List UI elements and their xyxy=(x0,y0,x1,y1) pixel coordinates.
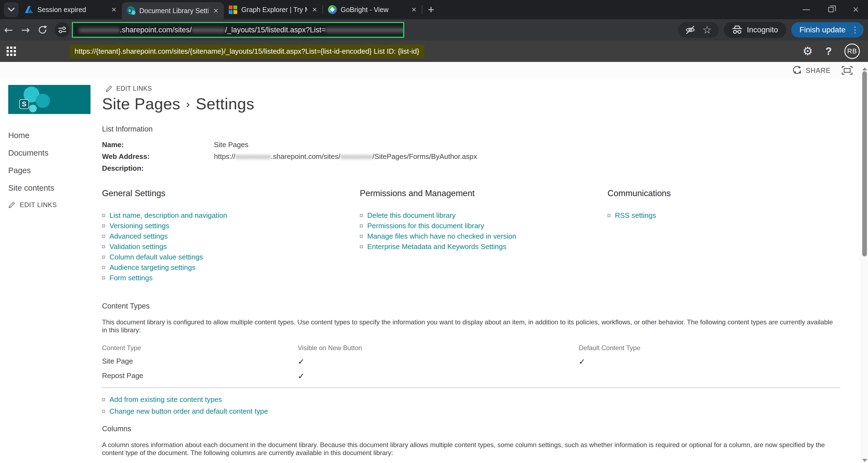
tab-gobright[interactable]: GoBright - View × xyxy=(323,0,422,19)
group-title: Communications xyxy=(608,189,842,198)
breadcrumb-site-pages[interactable]: Site Pages xyxy=(102,95,181,112)
content-types-description: This document library is configured to a… xyxy=(102,318,839,334)
link-manage-files-no-checked-in[interactable]: Manage files which have no checked in ve… xyxy=(367,232,516,240)
square-bullet-icon xyxy=(102,266,105,269)
browser-toolbar: ← → xxxxxxxxxxx.sharepoint.com/sites/xxx… xyxy=(0,19,868,40)
link-versioning-settings[interactable]: Versioning settings xyxy=(110,222,169,230)
visible-checkmark: ✓ xyxy=(298,357,579,366)
col-header-content-type: Content Type xyxy=(102,344,298,352)
scrollbar-thumb[interactable] xyxy=(862,71,867,257)
sidebar-item-site-contents[interactable]: Site contents xyxy=(8,184,100,193)
square-bullet-icon xyxy=(102,276,105,279)
description-label: Description: xyxy=(102,164,214,173)
web-address-value: https://xxxxxxxxxx.sharepoint.com/sites/… xyxy=(214,152,477,161)
square-bullet-icon xyxy=(102,235,105,238)
link-enterprise-metadata-keywords[interactable]: Enterprise Metadata and Keywords Setting… xyxy=(367,242,506,251)
suite-bar-right-group: ⚙ ? RB xyxy=(802,43,868,59)
scroll-down-arrow-icon[interactable] xyxy=(862,459,867,462)
list-information-section: List Information Name: Site Pages Web Ad… xyxy=(102,125,842,173)
focus-mode-icon[interactable] xyxy=(842,66,852,75)
avatar[interactable]: RB xyxy=(844,43,860,59)
browser-menu-icon[interactable]: ⋮ xyxy=(851,26,859,34)
bookmark-star-icon[interactable]: ☆ xyxy=(702,25,712,35)
columns-description: A column stores information about each d… xyxy=(102,441,839,457)
sidebar-item-documents[interactable]: Documents xyxy=(8,148,100,158)
link-column-default-value-settings[interactable]: Column default value settings xyxy=(110,253,203,261)
col-header-visible-on-new-button: Visible on New Button xyxy=(298,344,579,352)
url-segment-redacted: xxxxxxxxx xyxy=(192,26,225,34)
link-validation-settings[interactable]: Validation settings xyxy=(110,242,167,251)
header-edit-links[interactable]: EDIT LINKS xyxy=(105,85,842,92)
content-type-name[interactable]: Site Page xyxy=(102,357,298,365)
group-title: General Settings xyxy=(102,189,360,198)
site-info-button[interactable] xyxy=(55,23,70,37)
sidebar-item-home[interactable]: Home xyxy=(8,131,100,140)
link-list-name-description-navigation[interactable]: List name, description and navigation xyxy=(110,211,227,220)
gobright-icon xyxy=(328,5,337,14)
square-bullet-icon xyxy=(102,224,105,227)
default-checkmark: ✓ xyxy=(579,357,842,366)
share-button[interactable]: SHARE xyxy=(793,66,831,75)
link-permissions-document-library[interactable]: Permissions for this document library xyxy=(367,222,484,230)
gear-icon[interactable]: ⚙ xyxy=(802,45,813,57)
microsoft-icon xyxy=(229,5,238,14)
tab-document-library-settings[interactable]: S Document Library Settings × xyxy=(122,2,224,19)
visible-checkmark: ✓ xyxy=(298,371,579,381)
back-icon[interactable]: ← xyxy=(0,25,17,35)
square-bullet-icon xyxy=(102,398,105,401)
site-logo[interactable]: S xyxy=(8,85,91,114)
link-form-settings[interactable]: Form settings xyxy=(110,274,153,282)
sidebar-nav: Home Documents Pages Site contents xyxy=(8,131,100,193)
tab-title: GoBright - View xyxy=(341,6,406,14)
link-add-from-existing-content-types[interactable]: Add from existing site content types xyxy=(110,395,222,404)
restore-button[interactable] xyxy=(818,1,843,18)
table-row: Site Page ✓ ✓ xyxy=(102,355,842,369)
app-launcher-icon[interactable] xyxy=(7,46,16,56)
vertical-scrollbar[interactable] xyxy=(861,64,868,463)
content-type-name[interactable]: Repost Page xyxy=(102,371,298,380)
link-audience-targeting-settings[interactable]: Audience targeting settings xyxy=(110,263,195,272)
group-permissions-management: Permissions and Management Delete this d… xyxy=(360,189,608,286)
web-address-label: Web Address: xyxy=(102,152,214,161)
sidebar-item-pages[interactable]: Pages xyxy=(8,166,100,175)
finish-update-button[interactable]: Finish update ⋮ xyxy=(791,22,864,37)
help-icon[interactable]: ? xyxy=(826,45,832,57)
scroll-up-arrow-icon[interactable] xyxy=(862,67,867,70)
sidebar-edit-links-label: EDIT LINKS xyxy=(20,201,57,209)
breadcrumb-separator: › xyxy=(181,98,196,111)
close-button[interactable]: × xyxy=(843,1,868,18)
tab-close-icon[interactable]: × xyxy=(410,5,417,14)
tab-close-icon[interactable]: × xyxy=(110,5,117,14)
tab-close-icon[interactable]: × xyxy=(212,6,219,15)
azure-icon xyxy=(25,5,33,14)
sidebar: S Home Documents Pages Site contents EDI… xyxy=(8,85,100,209)
address-bar[interactable]: xxxxxxxxxxx.sharepoint.com/sites/xxxxxxx… xyxy=(72,22,404,38)
link-delete-document-library[interactable]: Delete this document library xyxy=(367,211,456,220)
square-bullet-icon xyxy=(360,235,363,238)
tab-close-icon[interactable]: × xyxy=(311,5,318,14)
tab-graph-explorer[interactable]: Graph Explorer | Try Microsoft G × xyxy=(224,0,322,19)
link-advanced-settings[interactable]: Advanced settings xyxy=(110,232,167,240)
sidebar-edit-links[interactable]: EDIT LINKS xyxy=(8,201,100,209)
reload-icon[interactable] xyxy=(34,25,51,35)
preview-hidden-icon[interactable] xyxy=(685,26,695,34)
name-label: Name: xyxy=(102,140,214,149)
content-types-section: Content Types This document library is c… xyxy=(102,302,842,414)
link-change-new-button-order[interactable]: Change new button order and default cont… xyxy=(110,407,268,416)
page-action-bar: SHARE xyxy=(0,62,868,79)
share-icon xyxy=(793,66,802,75)
url-segment-redacted: xxxxxxxxxxx xyxy=(79,26,120,34)
tab-session-expired[interactable]: Session expired × xyxy=(20,0,122,19)
square-bullet-icon xyxy=(102,245,105,248)
content-types-header-row: Content Type Visible on New Button Defau… xyxy=(102,342,842,355)
new-tab-button[interactable]: + xyxy=(422,4,440,16)
tab-search-button[interactable] xyxy=(4,2,19,17)
sharepoint-icon: S xyxy=(127,6,135,15)
tab-title: Document Library Settings xyxy=(139,7,209,15)
square-bullet-icon xyxy=(360,224,363,227)
forward-icon[interactable]: → xyxy=(17,25,34,35)
square-bullet-icon xyxy=(102,214,105,217)
tune-icon xyxy=(58,26,66,33)
minimize-button[interactable] xyxy=(794,1,818,18)
link-rss-settings[interactable]: RSS settings xyxy=(615,211,656,220)
